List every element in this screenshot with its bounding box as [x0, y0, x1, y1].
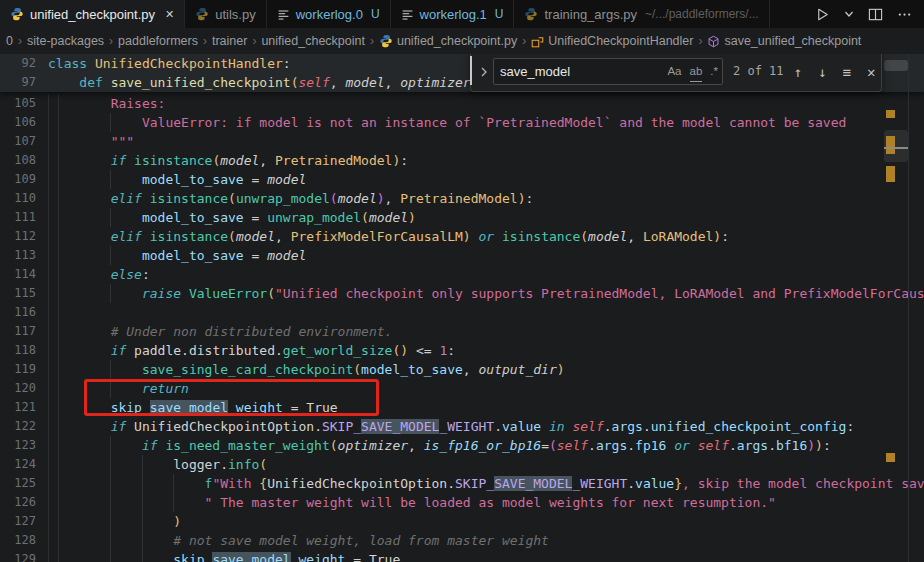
code-line-105[interactable]: 105 Raises: [0, 94, 924, 113]
line-number[interactable]: 113 [0, 246, 36, 265]
breadcrumb-label: 0 [6, 34, 13, 48]
line-number[interactable]: 111 [0, 208, 36, 227]
tab-utils.py[interactable]: utils.py [185, 0, 266, 28]
code-text: # not save model weight, load from maste… [48, 531, 549, 550]
whole-word-icon[interactable]: ab [690, 62, 703, 82]
code-line-109[interactable]: 109 model_to_save = model [0, 170, 924, 189]
tab-label: unified_checkpoint.py [30, 7, 155, 22]
code-line-114[interactable]: 114 else: [0, 265, 924, 284]
code-line-128[interactable]: 128 # not save model weight, load from m… [0, 531, 924, 550]
code-line-117[interactable]: 117 # Under non distributed environment. [0, 322, 924, 341]
code-line-122[interactable]: 122 if UnifiedCheckpointOption.SKIP_SAVE… [0, 417, 924, 436]
code-line-112[interactable]: 112 elif isinstance(model, PrefixModelFo… [0, 227, 924, 246]
tab-label: training_args.py [544, 7, 637, 22]
more-actions-icon[interactable] [897, 7, 912, 22]
breadcrumb-item-paddleformers[interactable]: paddleformers [118, 34, 198, 48]
breadcrumb-item-save_unified_checkpoint[interactable]: save_unified_checkpoint [707, 34, 861, 48]
tab-workerlog.1[interactable]: workerlog.1U [391, 0, 515, 28]
code-line-108[interactable]: 108 if isinstance(model, PretrainedModel… [0, 151, 924, 170]
code-line-129[interactable]: 129 skip_save_model_weight = True [0, 550, 924, 562]
breadcrumb-item-UnifiedCheckpointHandler[interactable]: UnifiedCheckpointHandler [531, 34, 693, 48]
line-number[interactable]: 115 [0, 284, 36, 303]
code-text: if is_need_master_weight(optimizer, is_f… [48, 436, 831, 455]
find-in-selection-icon[interactable]: ≡ [842, 65, 850, 79]
breadcrumb-item-0[interactable]: 0 [6, 34, 13, 48]
line-number[interactable]: 116 [0, 303, 36, 322]
line-number[interactable]: 124 [0, 455, 36, 474]
code-line-116[interactable]: 116 [0, 303, 924, 322]
scrollbar-top-slider[interactable] [884, 60, 908, 71]
editor-tab-bar: unified_checkpoint.py✕utils.pyworkerlog.… [0, 0, 924, 28]
code-line-124[interactable]: 124 logger.info( [0, 455, 924, 474]
code-line-110[interactable]: 110 elif isinstance(unwrap_model(model),… [0, 189, 924, 208]
code-line-120[interactable]: 120 return [0, 379, 924, 398]
line-number[interactable]: 119 [0, 360, 36, 379]
indent-guide [58, 94, 59, 562]
run-dropdown-icon[interactable] [844, 9, 854, 19]
line-number[interactable]: 120 [0, 379, 36, 398]
close-icon[interactable]: ✕ [165, 8, 174, 21]
tab-workerlog.0[interactable]: workerlog.0U [267, 0, 391, 28]
code-line-125[interactable]: 125 f"With {UnifiedCheckpointOption.SKIP… [0, 474, 924, 493]
tab-training_args.py[interactable]: training_args.py~/.../paddleformers/... [514, 0, 769, 28]
line-number[interactable]: 121 [0, 398, 36, 417]
breadcrumb-item-unified_checkpoint.py[interactable]: unified_checkpoint.py [379, 34, 517, 48]
line-number[interactable]: 122 [0, 417, 36, 436]
line-number[interactable]: 126 [0, 493, 36, 512]
breadcrumb-item-trainer[interactable]: trainer [212, 34, 247, 48]
code-line-118[interactable]: 118 if paddle.distributed.get_world_size… [0, 341, 924, 360]
method-symbol-icon [707, 35, 720, 48]
code-line-113[interactable]: 113 model_to_save = model [0, 246, 924, 265]
line-number[interactable]: 110 [0, 189, 36, 208]
breadcrumb-item-unified_checkpoint[interactable]: unified_checkpoint [261, 34, 365, 48]
breadcrumb-item-site-packages[interactable]: site-packages [27, 34, 104, 48]
find-match-highlight: save_model [212, 552, 290, 562]
line-number[interactable]: 106 [0, 113, 36, 132]
python-icon [379, 34, 393, 48]
code-line-123[interactable]: 123 if is_need_master_weight(optimizer, … [0, 436, 924, 455]
split-editor-icon[interactable] [868, 7, 883, 22]
line-number[interactable]: 107 [0, 132, 36, 151]
match-case-icon[interactable]: Aa [667, 62, 681, 81]
regex-icon[interactable]: .* [710, 62, 718, 81]
code-line-107[interactable]: 107 """ [0, 132, 924, 151]
code-area[interactable]: 105 Raises:106 ValueError: if model is n… [0, 94, 924, 562]
tab-label: utils.py [215, 7, 255, 22]
line-number[interactable]: 92 [0, 54, 36, 73]
code-line-111[interactable]: 111 model_to_save = unwrap_model(model) [0, 208, 924, 227]
line-number[interactable]: 108 [0, 151, 36, 170]
run-python-file-icon[interactable] [815, 7, 830, 22]
find-next-icon[interactable]: ↓ [818, 65, 826, 79]
tab-label: workerlog.0 [296, 7, 363, 22]
code-line-126[interactable]: 126 " The master weight will be loaded a… [0, 493, 924, 512]
line-number[interactable]: 114 [0, 265, 36, 284]
line-number[interactable]: 128 [0, 531, 36, 550]
line-number[interactable]: 105 [0, 94, 36, 113]
expand-replace-chevron-icon[interactable] [479, 66, 489, 78]
code-line-115[interactable]: 115 raise ValueError("Unified checkpoint… [0, 284, 924, 303]
find-input-box: Aa ab .* [493, 58, 723, 85]
code-line-106[interactable]: 106 ValueError: if model is not an insta… [0, 113, 924, 132]
line-number[interactable]: 118 [0, 341, 36, 360]
tab-unified_checkpoint.py[interactable]: unified_checkpoint.py✕ [0, 0, 185, 28]
breadcrumb-label: site-packages [27, 34, 104, 48]
line-number[interactable]: 109 [0, 170, 36, 189]
line-number[interactable]: 97 [0, 73, 36, 92]
find-widget: Aa ab .* 2 of 11 ↑ ↓ ≡ ✕ [470, 54, 882, 92]
code-line-121[interactable]: 121 skip_save_model_weight = True [0, 398, 924, 417]
breadcrumb-chevron-icon: › [522, 34, 526, 48]
code-line-119[interactable]: 119 save_single_card_checkpoint(model_to… [0, 360, 924, 379]
line-number[interactable]: 125 [0, 474, 36, 493]
line-number[interactable]: 129 [0, 550, 36, 562]
find-previous-icon[interactable]: ↑ [794, 65, 802, 79]
line-number[interactable]: 127 [0, 512, 36, 531]
line-number[interactable]: 117 [0, 322, 36, 341]
log-file-icon [277, 8, 290, 21]
close-icon[interactable]: ✕ [867, 65, 875, 79]
breadcrumb-chevron-icon: › [203, 34, 207, 48]
code-line-127[interactable]: 127 ) [0, 512, 924, 531]
line-number[interactable]: 112 [0, 227, 36, 246]
line-number[interactable]: 123 [0, 436, 36, 455]
find-input[interactable] [494, 64, 663, 79]
editor-pane[interactable]: 105 Raises:106 ValueError: if model is n… [0, 54, 924, 562]
